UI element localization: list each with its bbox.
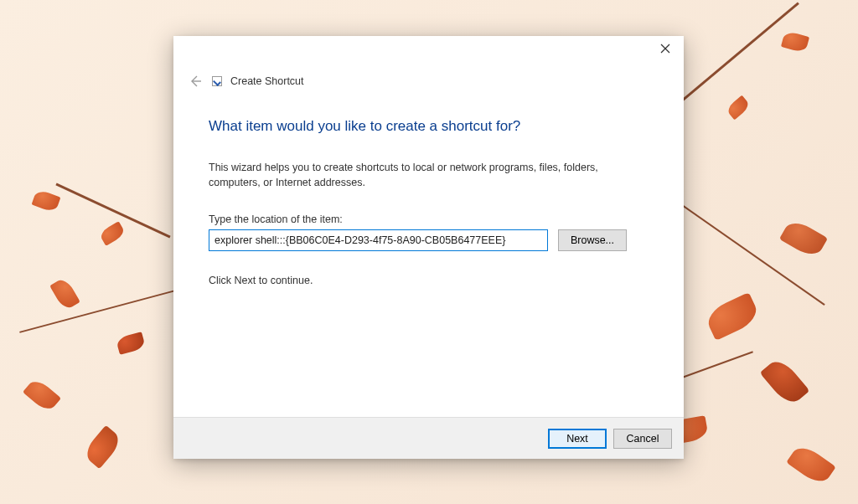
shortcut-icon [212,76,222,86]
create-shortcut-dialog: Create Shortcut What item would you like… [173,36,684,459]
next-button[interactable]: Next [548,429,607,449]
browse-button[interactable]: Browse... [558,229,627,251]
close-button[interactable] [652,39,679,59]
continue-text: Click Next to continue. [209,275,649,286]
dialog-content: What item would you like to create a sho… [173,95,684,417]
dialog-title: Create Shortcut [230,75,304,87]
dialog-footer: Next Cancel [173,417,684,459]
location-input[interactable] [209,229,548,251]
back-arrow-icon [189,75,202,88]
location-row: Browse... [209,229,649,251]
cancel-button[interactable]: Cancel [613,429,672,449]
back-button[interactable] [187,73,204,90]
dialog-titlebar [173,36,684,61]
close-icon [660,44,670,54]
wizard-description: This wizard helps you to create shortcut… [209,160,628,190]
dialog-header: Create Shortcut [173,61,684,95]
main-heading: What item would you like to create a sho… [209,118,649,135]
location-label: Type the location of the item: [209,213,649,225]
